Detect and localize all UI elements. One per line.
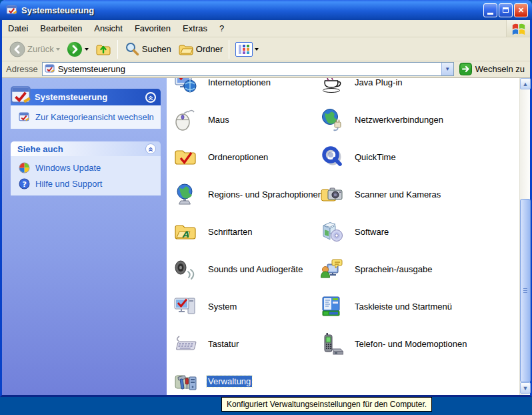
windows-flag-icon (511, 21, 526, 36)
quicktime-icon (319, 143, 345, 170)
sidebar-link-category-view[interactable]: Zur Kategorieansicht wechseln (19, 111, 155, 123)
menu-item-help[interactable]: ? (213, 20, 230, 37)
cp-item-java-plug-in[interactable]: Java Plug-in (319, 78, 404, 97)
toolbar-separator (229, 40, 229, 59)
forward-button[interactable] (63, 41, 92, 57)
cp-item-taskleiste-und-startmen[interactable]: Taskleiste und Startmenü (319, 292, 453, 321)
collapse-panel-button[interactable] (145, 143, 156, 154)
menu-item-extras[interactable]: Extras (177, 20, 213, 37)
cp-item-sprachein-ausgabe[interactable]: Sprachein-/ausgabe (319, 254, 433, 284)
toolbar-separator (117, 40, 118, 59)
sidebar-link-label: Zur Kategorieansicht wechseln (35, 112, 154, 122)
panel-title: Systemsteuerung (35, 92, 107, 102)
cp-item-ordneroptionen[interactable]: Ordneroptionen (172, 142, 269, 171)
minimize-button[interactable] (483, 3, 497, 17)
forward-icon (67, 41, 83, 57)
cp-item-maus[interactable]: Maus (172, 105, 231, 134)
cp-item-regions-und-sprachoptionen[interactable]: Regions- und Sprachoptionen (172, 179, 324, 209)
views-dropdown-icon[interactable] (255, 48, 259, 53)
close-icon: ✕ (518, 6, 524, 15)
address-combobox[interactable]: Systemsteuerung ▼ (42, 62, 454, 76)
chevron-double-up-icon (147, 94, 154, 101)
collapse-panel-button[interactable] (145, 92, 156, 103)
go-button[interactable]: Wechseln zu (454, 63, 527, 75)
menu-bar: DateiBearbeitenAnsichtFavoritenExtras? (2, 20, 530, 37)
views-button[interactable] (232, 42, 262, 57)
cp-item-netzwerkverbindungen[interactable]: Netzwerkverbindungen (319, 105, 445, 134)
keyboard-icon (172, 330, 199, 357)
toolbar: Zurück Suchen Ordner (2, 37, 530, 61)
address-bar: Adresse Systemsteuerung ▼ Wechseln zu (2, 61, 530, 78)
control-panel-big-icon (10, 84, 33, 107)
maximize-icon (503, 7, 509, 13)
regional-options-icon (172, 181, 199, 208)
main-region: Systemsteuerung Zur Kategorieansicht wec… (2, 78, 530, 395)
see-also-panel: Siehe auch Windows Update ? Hilfe und Su… (11, 141, 161, 195)
cp-item-internetoptionen[interactable]: Internetoptionen (172, 78, 272, 97)
svg-text:A: A (182, 230, 189, 240)
cp-item-system[interactable]: System (172, 292, 238, 321)
control-panel-panel: Systemsteuerung Zur Kategorieansicht wec… (11, 89, 161, 129)
cp-item-quicktime[interactable]: QuickTime (319, 142, 397, 171)
back-button[interactable]: Zurück (6, 41, 63, 57)
menu-item-datei[interactable]: Datei (2, 20, 34, 37)
scanners-cameras-icon (319, 181, 345, 208)
back-label: Zurück (27, 44, 54, 54)
cp-item-sounds-und-audioger-te[interactable]: Sounds und Audiogeräte (172, 254, 304, 284)
explorer-window: Systemsteuerung ✕ DateiBearbeitenAnsicht… (0, 0, 532, 397)
phone-modem-icon (319, 330, 345, 357)
speech-icon (319, 256, 345, 282)
menu-item-bearbeiten[interactable]: Bearbeiten (34, 20, 88, 37)
cp-item-verwaltung[interactable]: Verwaltung (172, 366, 252, 395)
java-icon (319, 78, 345, 95)
network-connections-icon (319, 106, 345, 133)
task-pane: Systemsteuerung Zur Kategorieansicht wec… (2, 78, 167, 395)
up-button[interactable] (92, 41, 115, 57)
views-grid-icon (238, 44, 250, 55)
sidebar-link-hilfe-und-support[interactable]: ? Hilfe und Support (19, 178, 155, 189)
help-icon: ? (19, 178, 30, 189)
cp-item-telefon-und-modemoptionen[interactable]: Telefon- und Modemoptionen (319, 329, 468, 358)
menu-item-favoriten[interactable]: Favoriten (129, 20, 177, 37)
cp-item-schriftarten[interactable]: A Schriftarten (172, 217, 253, 246)
back-dropdown-icon[interactable] (56, 48, 60, 53)
search-icon (124, 41, 140, 57)
tooltip: Konfiguriert Verwaltungseinstellungen fü… (221, 397, 432, 412)
cp-item-scanner-und-kameras[interactable]: Scanner und Kameras (319, 179, 442, 209)
folders-icon (178, 41, 194, 57)
svg-text:?: ? (23, 180, 27, 189)
system-icon (172, 293, 199, 320)
vertical-scrollbar[interactable]: ▲ ▼ (519, 78, 530, 395)
maximize-button[interactable] (499, 3, 513, 17)
fonts-icon: A (172, 218, 199, 245)
folders-button[interactable]: Ordner (175, 41, 226, 57)
sidebar-link-windows-update[interactable]: Windows Update (19, 162, 155, 173)
menu-item-ansicht[interactable]: Ansicht (88, 20, 129, 37)
windows-logo (506, 20, 530, 37)
address-dropdown-button[interactable]: ▼ (441, 63, 453, 75)
control-panel-icon (19, 111, 30, 123)
admin-tools-icon (172, 368, 199, 394)
folder-options-icon (172, 143, 199, 170)
chevron-double-up-icon (147, 145, 154, 152)
go-icon (459, 63, 472, 75)
scroll-down-button[interactable]: ▼ (520, 382, 531, 394)
cp-item-software[interactable]: Software (319, 217, 390, 246)
address-label: Adresse (6, 64, 38, 74)
software-icon (319, 218, 345, 245)
menu-items: DateiBearbeitenAnsichtFavoritenExtras? (2, 20, 230, 37)
title-bar[interactable]: Systemsteuerung ✕ (0, 0, 532, 20)
sounds-icon (172, 256, 199, 282)
folders-label: Ordner (196, 44, 223, 54)
cp-item-tastatur[interactable]: Tastatur (172, 329, 240, 358)
scroll-up-button[interactable]: ▲ (520, 78, 531, 89)
close-button[interactable]: ✕ (514, 3, 528, 17)
windows-update-icon (19, 162, 30, 173)
go-label: Wechseln zu (475, 64, 525, 74)
control-panel-item-list: Internetoptionen Maus Ordneroptionen Reg… (167, 78, 519, 395)
search-button[interactable]: Suchen (121, 41, 175, 57)
mouse-icon (172, 106, 199, 133)
forward-dropdown-icon[interactable] (85, 48, 89, 53)
scrollbar-thumb[interactable] (520, 199, 531, 382)
back-icon (9, 41, 25, 57)
